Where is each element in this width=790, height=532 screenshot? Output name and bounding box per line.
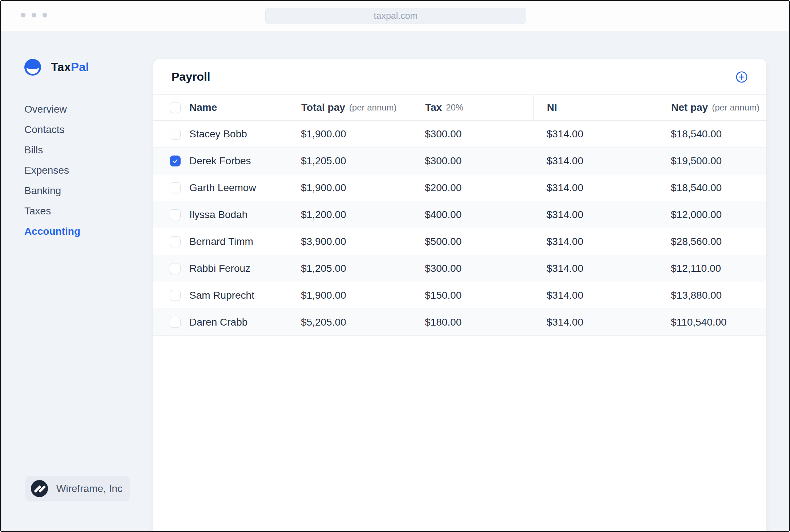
sidebar-item-label: Bills xyxy=(24,144,43,156)
cell-tax: $500.00 xyxy=(412,228,533,255)
employee-name: Derek Forbes xyxy=(189,155,251,167)
cell-net-pay: $12,110.00 xyxy=(658,255,766,282)
sidebar-item-contacts[interactable]: Contacts xyxy=(24,120,80,140)
cell-total-pay: $1,200.00 xyxy=(288,201,412,228)
row-checkbox[interactable] xyxy=(170,182,181,193)
cell-net-pay: $110,540.00 xyxy=(658,309,766,335)
add-payroll-button[interactable] xyxy=(735,71,748,83)
cell-total-pay: $5,205.00 xyxy=(288,309,412,335)
brand-name: TaxPal xyxy=(51,60,89,74)
net-pay-value: $19,500.00 xyxy=(671,155,722,167)
sidebar-item-accounting[interactable]: Accounting xyxy=(24,221,80,242)
sidebar-item-banking[interactable]: Banking xyxy=(24,181,80,201)
total-pay-value: $1,200.00 xyxy=(301,209,346,221)
cell-tax: $200.00 xyxy=(412,174,533,201)
total-pay-value: $1,900.00 xyxy=(301,128,346,140)
table-row: Derek Forbes $1,205.00 $300.00 $314.00 $… xyxy=(153,148,766,174)
employee-name: Daren Crabb xyxy=(189,317,247,328)
cell-name: Derek Forbes xyxy=(153,148,288,174)
tax-value: $300.00 xyxy=(425,263,461,274)
sidebar: TaxPal Overview Contacts Bills Expenses … xyxy=(1,31,153,532)
cell-ni: $314.00 xyxy=(533,228,658,255)
employee-name: Stacey Bobb xyxy=(189,128,247,140)
row-checkbox[interactable] xyxy=(170,129,181,140)
column-label: Net pay xyxy=(671,102,708,113)
cell-ni: $314.00 xyxy=(533,174,658,201)
address-bar[interactable]: taxpal.com xyxy=(265,8,526,24)
cell-net-pay: $19,500.00 xyxy=(658,148,766,174)
brand: TaxPal xyxy=(24,59,89,76)
tax-value: $200.00 xyxy=(425,182,461,194)
ni-value: $314.00 xyxy=(547,290,583,301)
cell-net-pay: $28,560.00 xyxy=(658,228,766,255)
column-label: Tax xyxy=(425,102,442,113)
cell-total-pay: $1,900.00 xyxy=(288,174,412,201)
employee-name: Bernard Timm xyxy=(189,236,253,247)
cell-name: Rabbi Ferouz xyxy=(153,255,288,282)
sidebar-item-overview[interactable]: Overview xyxy=(24,99,80,120)
sidebar-item-bills[interactable]: Bills xyxy=(24,140,80,160)
cell-name: Ilyssa Bodah xyxy=(153,201,288,228)
org-switcher[interactable]: Wireframe, Inc xyxy=(25,476,130,501)
column-header-tax: Tax 20% xyxy=(412,95,533,120)
net-pay-value: $12,110.00 xyxy=(671,263,721,274)
sidebar-item-expenses[interactable]: Expenses xyxy=(24,160,80,181)
brand-name-primary: Tax xyxy=(51,60,71,74)
window-controls xyxy=(21,13,47,17)
cell-total-pay: $1,205.00 xyxy=(288,255,412,282)
tax-value: $300.00 xyxy=(425,155,461,167)
row-checkbox[interactable] xyxy=(170,156,181,166)
cell-total-pay: $3,900.00 xyxy=(288,228,412,255)
employee-name: Rabbi Ferouz xyxy=(189,263,250,274)
ni-value: $314.00 xyxy=(547,182,583,194)
window-control-dot-icon[interactable] xyxy=(43,13,47,17)
ni-value: $314.00 xyxy=(547,263,583,274)
select-all-checkbox[interactable] xyxy=(170,102,181,113)
window-control-dot-icon[interactable] xyxy=(32,13,36,17)
sidebar-item-label: Expenses xyxy=(24,165,69,176)
column-header-ni: NI xyxy=(533,95,658,120)
table-row: Rabbi Ferouz $1,205.00 $300.00 $314.00 $… xyxy=(153,255,766,282)
sidebar-item-taxes[interactable]: Taxes xyxy=(24,201,80,221)
cell-ni: $314.00 xyxy=(533,121,658,147)
net-pay-value: $28,560.00 xyxy=(671,236,722,247)
cell-ni: $314.00 xyxy=(533,148,658,174)
sidebar-nav: Overview Contacts Bills Expenses Banking… xyxy=(24,99,80,242)
cell-tax: $300.00 xyxy=(412,255,533,282)
cell-ni: $314.00 xyxy=(533,282,658,309)
ni-value: $314.00 xyxy=(547,209,583,221)
employee-name: Sam Ruprecht xyxy=(189,290,254,301)
row-checkbox[interactable] xyxy=(170,209,181,220)
cell-ni: $314.00 xyxy=(533,201,658,228)
sidebar-item-label: Taxes xyxy=(24,205,51,217)
address-bar-url: taxpal.com xyxy=(374,11,418,21)
table-row: Garth Leemow $1,900.00 $200.00 $314.00 $… xyxy=(153,174,766,201)
row-checkbox[interactable] xyxy=(170,317,181,328)
cell-net-pay: $12,000.00 xyxy=(658,201,766,228)
tax-value: $500.00 xyxy=(425,236,461,247)
app-window: taxpal.com TaxPal Overview Contacts Bill… xyxy=(0,0,790,532)
column-label: NI xyxy=(547,102,557,113)
tax-value: $150.00 xyxy=(425,290,461,301)
wireframe-logo-icon xyxy=(31,480,48,497)
plus-circle-icon xyxy=(735,71,748,83)
employee-name: Ilyssa Bodah xyxy=(189,209,247,221)
row-checkbox[interactable] xyxy=(170,290,181,301)
brand-name-secondary: Pal xyxy=(71,60,89,74)
employee-name: Garth Leemow xyxy=(189,182,256,194)
total-pay-value: $5,205.00 xyxy=(301,317,346,328)
table-body: Stacey Bobb $1,900.00 $300.00 $314.00 $1… xyxy=(153,121,766,336)
cell-total-pay: $1,900.00 xyxy=(288,121,412,147)
column-label: Name xyxy=(189,102,217,113)
net-pay-value: $18,540.00 xyxy=(671,182,722,194)
total-pay-value: $1,205.00 xyxy=(301,263,346,274)
sidebar-item-label: Banking xyxy=(24,185,61,197)
row-checkbox[interactable] xyxy=(170,263,181,274)
table-row: Bernard Timm $3,900.00 $500.00 $314.00 $… xyxy=(153,228,766,255)
window-control-dot-icon[interactable] xyxy=(21,13,25,17)
cell-tax: $300.00 xyxy=(412,121,533,147)
row-checkbox[interactable] xyxy=(170,236,181,247)
column-sublabel: (per annum) xyxy=(349,102,397,113)
cell-total-pay: $1,205.00 xyxy=(288,148,412,174)
column-header-net-pay: Net pay (per annum) xyxy=(658,95,766,120)
